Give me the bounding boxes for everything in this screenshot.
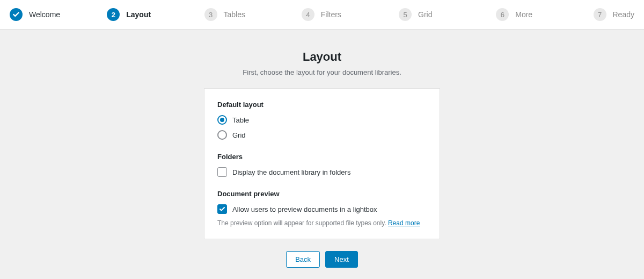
layout-option-table[interactable]: Table	[217, 115, 427, 125]
document-preview-section: Document preview Allow users to preview …	[217, 190, 427, 227]
button-row: Back Next	[0, 251, 644, 268]
section-heading: Default layout	[217, 101, 427, 109]
preview-checkbox[interactable]: Allow users to preview documents in a li…	[217, 204, 427, 214]
step-more[interactable]: 6 More	[496, 8, 593, 21]
radio-icon	[217, 115, 227, 125]
step-label: Grid	[418, 10, 432, 19]
step-layout[interactable]: 2 Layout	[107, 8, 204, 21]
page-title: Layout	[0, 50, 644, 64]
read-more-link[interactable]: Read more	[388, 219, 420, 227]
next-button[interactable]: Next	[325, 251, 358, 268]
helper-text-content: The preview option will appear for suppo…	[217, 219, 388, 227]
folders-section: Folders Display the document library in …	[217, 153, 427, 177]
back-button[interactable]: Back	[286, 251, 320, 268]
step-number-icon: 6	[496, 8, 509, 21]
page-subtitle: First, choose the layout for your docume…	[0, 68, 644, 76]
step-label: Tables	[224, 10, 245, 19]
checkbox-icon	[217, 204, 227, 214]
step-progress-bar: Welcome 2 Layout 3 Tables 4 Filters 5 Gr…	[0, 0, 644, 30]
default-layout-section: Default layout Table Grid	[217, 101, 427, 140]
step-label: More	[515, 10, 532, 19]
option-label: Grid	[232, 131, 246, 139]
step-number-icon: 5	[399, 8, 412, 21]
layout-form-card: Default layout Table Grid Folders Displa…	[204, 88, 440, 239]
step-label: Layout	[126, 10, 151, 19]
step-label: Welcome	[29, 10, 60, 19]
folders-checkbox[interactable]: Display the document library in folders	[217, 167, 427, 177]
layout-option-grid[interactable]: Grid	[217, 130, 427, 140]
step-number-icon: 7	[594, 8, 606, 21]
content-area: Layout First, choose the layout for your…	[0, 30, 644, 279]
step-number-icon: 2	[107, 8, 120, 21]
radio-icon	[217, 130, 227, 140]
step-number-icon: 4	[302, 8, 314, 21]
option-label: Allow users to preview documents in a li…	[232, 205, 377, 213]
step-welcome[interactable]: Welcome	[10, 8, 107, 21]
checkbox-icon	[217, 167, 227, 177]
helper-text: The preview option will appear for suppo…	[217, 219, 427, 227]
checkmark-icon	[10, 8, 23, 21]
step-label: Ready	[613, 10, 634, 19]
section-heading: Document preview	[217, 190, 427, 198]
step-tables[interactable]: 3 Tables	[204, 8, 302, 21]
step-number-icon: 3	[204, 8, 217, 21]
step-filters[interactable]: 4 Filters	[302, 8, 399, 21]
step-grid[interactable]: 5 Grid	[399, 8, 496, 21]
step-ready[interactable]: 7 Ready	[594, 8, 634, 21]
section-heading: Folders	[217, 153, 427, 161]
option-label: Table	[232, 116, 249, 124]
option-label: Display the document library in folders	[232, 168, 350, 176]
step-label: Filters	[321, 10, 341, 19]
